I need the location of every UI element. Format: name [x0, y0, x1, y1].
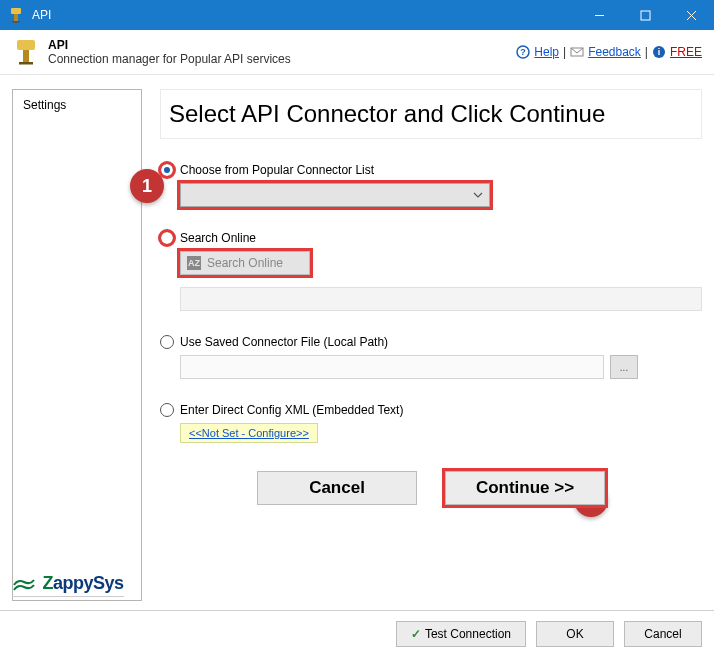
svg-rect-9 — [19, 62, 33, 65]
svg-rect-7 — [17, 40, 35, 50]
saved-path-field[interactable] — [180, 355, 604, 379]
help-link[interactable]: Help — [534, 45, 559, 59]
app-icon — [8, 7, 24, 23]
svg-text:i: i — [658, 47, 661, 57]
cancel-button[interactable]: Cancel — [257, 471, 417, 505]
radio-search-label: Search Online — [180, 231, 256, 245]
check-icon: ✓ — [411, 627, 421, 641]
radio-direct[interactable] — [160, 403, 174, 417]
radio-popular-label: Choose from Popular Connector List — [180, 163, 374, 177]
logo-rest: appySys — [53, 573, 124, 593]
logo: ZappySys — [12, 573, 124, 597]
header: API Connection manager for Popular API s… — [0, 30, 714, 75]
logo-z: Z — [42, 573, 53, 593]
body: Settings Select API Connector and Click … — [0, 75, 714, 609]
svg-rect-1 — [14, 14, 18, 21]
header-links: ? Help | Feedback | i FREE — [516, 45, 702, 59]
footer-cancel-button[interactable]: Cancel — [624, 621, 702, 647]
ok-button[interactable]: OK — [536, 621, 614, 647]
svg-rect-2 — [12, 21, 20, 23]
search-online-button[interactable]: AZ Search Online — [180, 251, 310, 275]
radio-search[interactable] — [160, 231, 174, 245]
header-subtitle: Connection manager for Popular API servi… — [48, 52, 516, 66]
svg-rect-8 — [23, 50, 29, 62]
continue-button[interactable]: Continue >> — [445, 471, 605, 505]
header-text: API Connection manager for Popular API s… — [48, 38, 516, 66]
main: Select API Connector and Click Continue … — [142, 89, 702, 601]
browse-button[interactable]: ... — [610, 355, 638, 379]
titlebar-title: API — [32, 8, 576, 22]
main-heading: Select API Connector and Click Continue — [160, 89, 702, 139]
az-icon: AZ — [187, 256, 201, 270]
search-result-field[interactable] — [180, 287, 702, 311]
footer: ✓ Test Connection OK Cancel — [0, 610, 714, 657]
radio-direct-label: Enter Direct Config XML (Embedded Text) — [180, 403, 403, 417]
radio-saved-label: Use Saved Connector File (Local Path) — [180, 335, 388, 349]
action-row: Cancel Continue >> — [160, 471, 702, 505]
option-search: Search Online AZ Search Online — [160, 231, 702, 311]
separator: | — [645, 45, 648, 59]
search-online-button-label: Search Online — [207, 256, 283, 270]
logo-underline — [12, 596, 124, 597]
maximize-button[interactable] — [622, 0, 668, 30]
window-controls — [576, 0, 714, 30]
option-direct: Enter Direct Config XML (Embedded Text) … — [160, 403, 702, 443]
popular-connector-dropdown[interactable] — [180, 183, 490, 207]
titlebar: API — [0, 0, 714, 30]
sidebar: Settings — [12, 89, 142, 601]
svg-rect-0 — [11, 8, 21, 14]
test-connection-button[interactable]: ✓ Test Connection — [396, 621, 526, 647]
header-title: API — [48, 38, 516, 52]
option-saved: Use Saved Connector File (Local Path) ..… — [160, 335, 702, 379]
help-icon: ? — [516, 45, 530, 59]
chevron-down-icon — [473, 190, 483, 200]
test-connection-label: Test Connection — [425, 627, 511, 641]
svg-rect-4 — [641, 11, 650, 20]
free-link[interactable]: FREE — [670, 45, 702, 59]
feedback-link[interactable]: Feedback — [588, 45, 641, 59]
close-button[interactable] — [668, 0, 714, 30]
mail-icon — [570, 45, 584, 59]
logo-icon — [12, 576, 36, 594]
option-popular: Choose from Popular Connector List — [160, 163, 702, 207]
separator: | — [563, 45, 566, 59]
sidebar-item-settings[interactable]: Settings — [23, 98, 131, 112]
notset-link[interactable]: <<Not Set - Configure>> — [180, 423, 318, 443]
svg-text:?: ? — [521, 47, 527, 57]
callout-badge-1: 1 — [130, 169, 164, 203]
radio-saved[interactable] — [160, 335, 174, 349]
minimize-button[interactable] — [576, 0, 622, 30]
radio-popular[interactable] — [160, 163, 174, 177]
header-icon — [12, 38, 40, 66]
info-icon: i — [652, 45, 666, 59]
